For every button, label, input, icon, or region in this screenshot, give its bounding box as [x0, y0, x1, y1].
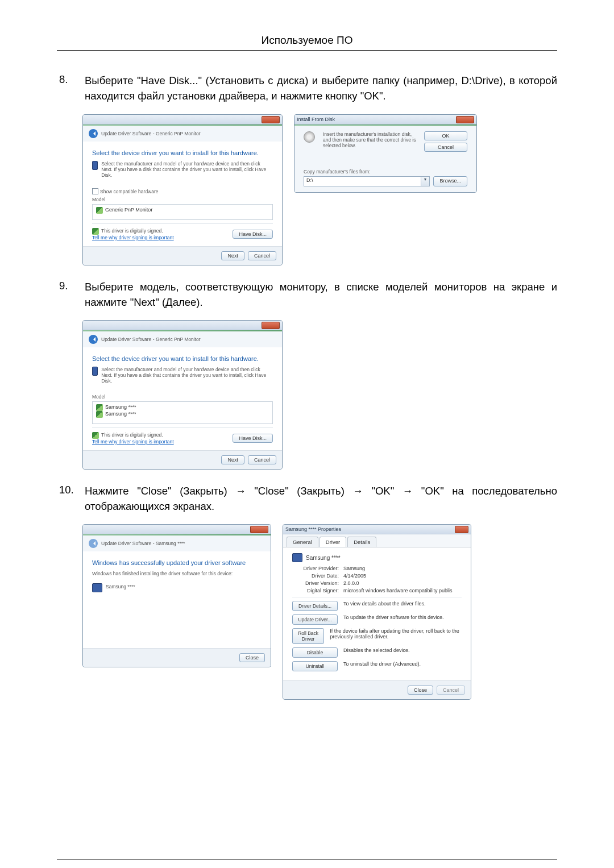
rollback-driver-button[interactable]: Roll Back Driver: [292, 628, 324, 644]
model-item-1[interactable]: Samsung ****: [105, 405, 136, 410]
version-value: 2.0.0.0: [343, 580, 359, 586]
driver-details-button[interactable]: Driver Details...: [292, 601, 338, 611]
model-item: Generic PnP Monitor: [105, 207, 152, 213]
chevron-down-icon[interactable]: ▾: [421, 177, 429, 186]
cancel-button[interactable]: Cancel: [248, 251, 276, 260]
message-text: Insert the manufacturer's installation d…: [323, 131, 420, 152]
date-label: Driver Date:: [292, 573, 343, 579]
model-item-2[interactable]: Samsung ****: [105, 412, 136, 417]
close-button[interactable]: Close: [408, 686, 433, 695]
back-icon[interactable]: [89, 335, 98, 344]
close-icon[interactable]: [262, 322, 280, 329]
step-8-text: Выберите "Have Disk..." (Установить с ди…: [85, 73, 557, 104]
driver-details-desc: To view details about the driver files.: [343, 601, 426, 611]
dialog-select-model: Update Driver Software - Generic PnP Mon…: [82, 320, 283, 469]
hint-text: Select the manufacturer and model of you…: [101, 367, 273, 384]
dialog-title: Install From Disk: [297, 117, 335, 122]
hint-text: Select the manufacturer and model of you…: [101, 161, 273, 178]
have-disk-button[interactable]: Have Disk...: [233, 434, 273, 443]
version-label: Driver Version:: [292, 580, 343, 586]
dialog-title: Samsung **** Properties: [285, 526, 341, 532]
step-10-number: 10.: [57, 484, 85, 514]
tab-details[interactable]: Details: [347, 537, 376, 547]
next-button[interactable]: Next: [221, 455, 244, 464]
close-icon[interactable]: [456, 116, 474, 123]
cancel-button[interactable]: Cancel: [248, 455, 276, 464]
ok-button[interactable]: OK: [424, 131, 467, 140]
close-button[interactable]: Close: [239, 653, 265, 662]
disable-desc: Disables the selected device.: [343, 647, 410, 658]
heading: Windows has successfully updated your dr…: [92, 559, 262, 566]
dialog-update-success: Update Driver Software - Samsung **** Wi…: [82, 524, 271, 667]
breadcrumb: Update Driver Software - Samsung ****: [101, 541, 185, 546]
dialog-select-driver: Update Driver Software - Generic PnP Mon…: [82, 114, 283, 265]
page-title: Используемое ПО: [57, 34, 557, 47]
signed-text: This driver is digitally signed.: [101, 432, 163, 438]
shield-icon: [96, 411, 103, 418]
close-icon[interactable]: [250, 526, 268, 533]
monitor-icon: [92, 367, 98, 376]
dialog-device-properties: Samsung **** Properties General Driver D…: [283, 524, 471, 700]
back-icon[interactable]: [89, 129, 98, 138]
signing-link[interactable]: Tell me why driver signing is important: [92, 235, 174, 240]
have-disk-button[interactable]: Have Disk...: [233, 230, 273, 239]
shield-icon: [92, 432, 99, 439]
model-label: Model: [92, 197, 273, 202]
provider-label: Driver Provider:: [292, 566, 343, 571]
monitor-icon: [92, 161, 98, 170]
signing-link[interactable]: Tell me why driver signing is important: [92, 439, 174, 445]
update-driver-desc: To update the driver software for this d…: [343, 614, 444, 625]
show-compat-label: Show compatible hardware: [100, 189, 159, 194]
path-combo[interactable]: D:\ ▾: [304, 176, 430, 186]
close-icon[interactable]: [455, 526, 468, 533]
heading: Select the device driver you want to ins…: [92, 149, 273, 156]
cancel-button[interactable]: Cancel: [424, 143, 467, 152]
dialog-install-from-disk: Install From Disk Insert the manufacture…: [294, 114, 477, 193]
model-label: Model: [92, 394, 273, 400]
disable-button[interactable]: Disable: [292, 647, 338, 658]
cancel-button: Cancel: [437, 686, 465, 695]
shield-icon: [96, 404, 103, 411]
path-value: D:\: [304, 177, 421, 186]
step-9-text: Выберите модель, соответствующую монитор…: [85, 280, 557, 310]
tab-driver[interactable]: Driver: [320, 537, 346, 547]
shield-icon: [92, 228, 99, 235]
shield-icon: [96, 207, 103, 214]
update-driver-button[interactable]: Update Driver...: [292, 614, 338, 625]
copy-from-label: Copy manufacturer's files from:: [304, 169, 467, 175]
provider-value: Samsung: [343, 566, 365, 571]
top-rule: [57, 50, 557, 51]
date-value: 4/14/2005: [343, 573, 366, 579]
sub-text: Windows has finished installing the driv…: [92, 571, 262, 576]
back-icon: [89, 539, 98, 548]
model-list[interactable]: Samsung **** Samsung ****: [92, 401, 273, 424]
device-name: Samsung ****: [306, 555, 341, 561]
signer-value: microsoft windows hardware compatibility…: [343, 588, 453, 593]
monitor-icon: [92, 583, 102, 592]
bottom-rule: [57, 859, 557, 859]
model-list[interactable]: Generic PnP Monitor: [92, 204, 273, 220]
breadcrumb: Update Driver Software - Generic PnP Mon…: [101, 337, 201, 342]
signed-text: This driver is digitally signed.: [101, 228, 163, 234]
device-name: Samsung ****: [106, 584, 135, 589]
step-10-text: Нажмите "Close" (Закрыть) → "Close" (Зак…: [85, 484, 557, 514]
uninstall-button[interactable]: Uninstall: [292, 661, 338, 671]
heading: Select the device driver you want to ins…: [92, 355, 273, 362]
uninstall-desc: To uninstall the driver (Advanced).: [343, 661, 421, 671]
breadcrumb: Update Driver Software - Generic PnP Mon…: [101, 131, 201, 136]
browse-button[interactable]: Browse...: [433, 176, 467, 186]
close-icon[interactable]: [262, 116, 280, 123]
show-compat-checkbox[interactable]: [92, 188, 98, 194]
next-button[interactable]: Next: [221, 251, 244, 260]
step-8-number: 8.: [57, 73, 85, 104]
tab-general[interactable]: General: [287, 537, 318, 547]
rollback-driver-desc: If the device fails after updating the d…: [330, 628, 462, 644]
monitor-icon: [292, 553, 302, 562]
disk-icon: [304, 131, 315, 143]
signer-label: Digital Signer:: [292, 588, 343, 593]
step-9-number: 9.: [57, 280, 85, 310]
